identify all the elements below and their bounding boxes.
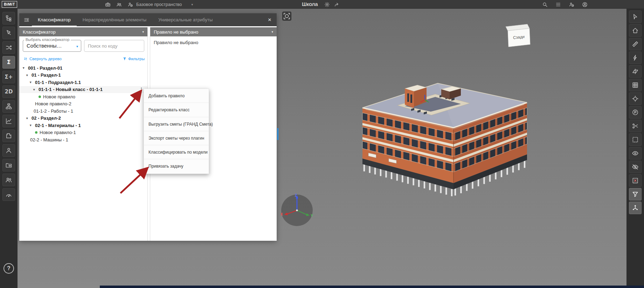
context-menu-item[interactable]: Привязать задачу (144, 159, 209, 173)
tree-item[interactable]: Новое правило-1 (19, 129, 147, 136)
tool-analytics[interactable] (2, 115, 15, 127)
rule-header[interactable]: Правило не выбрано ▾ (150, 27, 277, 36)
tree-item[interactable]: ▾02-1 - Материалы - 1 (19, 122, 147, 129)
tree-item-label: 02-1 - Материалы - 1 (35, 123, 81, 128)
tree-item[interactable]: Новое правило-2 (19, 100, 147, 108)
tab-3[interactable]: Универсальные атрибуты (152, 13, 219, 26)
tool-estimate-add[interactable]: Σ+ (2, 71, 15, 83)
tree-item[interactable]: ▾01-1-1 - Новый класс - 01-1-1⋮ (19, 86, 147, 93)
classifier-select-value: Собственны… (23, 40, 81, 51)
view-hide[interactable] (629, 161, 642, 173)
context-menu-item[interactable]: Выгрузить сметы (ГРАНД Смета) (144, 117, 209, 131)
tree-item[interactable]: 01-1-2 - Работы - 1 (19, 107, 147, 115)
tool-hierarchy[interactable] (2, 100, 15, 113)
tool-share-folder[interactable] (2, 159, 15, 171)
panel-menu-icon[interactable] (23, 17, 30, 23)
tree-item[interactable]: ▾01 - Раздел-1 (19, 72, 147, 79)
context-menu-item[interactable]: Классифицировать по модели (144, 145, 209, 159)
classifier-header[interactable]: Классификатор ▾ (19, 27, 147, 36)
tool-dashboard[interactable] (2, 188, 15, 201)
view-grid[interactable] (629, 79, 642, 91)
tree-item-label: Новое правило (43, 94, 75, 99)
context-menu-item[interactable]: Добавить правило (144, 89, 209, 103)
rule-dot-icon (39, 96, 41, 98)
tree-expander-icon[interactable]: ▾ (26, 117, 30, 120)
tool-model-structure[interactable] (2, 12, 15, 24)
view-section-cut[interactable] (629, 51, 642, 64)
tree-expander-icon[interactable]: ▾ (23, 66, 26, 70)
tree-expander-icon[interactable]: ▾ (26, 73, 30, 77)
tool-collaboration[interactable] (2, 174, 15, 186)
scrollbar-thumb[interactable] (277, 128, 278, 140)
filters-link[interactable]: Фильтры (123, 57, 145, 61)
workspace-dropdown[interactable]: Базовое пространство ▾ (136, 0, 193, 9)
collapse-tree-link[interactable]: Свернуть дерево (23, 57, 62, 61)
tree-expander-icon[interactable]: ▾ (30, 124, 33, 127)
topbar-title-icons (324, 0, 340, 9)
view-select[interactable] (629, 10, 642, 23)
close-panel-button[interactable]: × (263, 16, 277, 23)
tool-connections[interactable] (2, 41, 15, 54)
tool-select-elements[interactable] (2, 27, 15, 39)
tree-item[interactable]: ▾02 - Раздел-2 (19, 115, 147, 122)
tab-2[interactable]: Нераспределённые элементы (77, 13, 152, 26)
view-cube[interactable]: Сзади (504, 22, 534, 49)
building-model[interactable] (336, 75, 532, 204)
toolbox-icon[interactable] (105, 2, 111, 7)
search-icon[interactable] (542, 2, 548, 7)
tree-item-label: Новое правило-1 (40, 130, 76, 135)
top-bar: BiMiT Базовое пространство ▾ Школа (0, 0, 644, 9)
tree-item-label: 01-1 - Подраздел-1.1 (35, 80, 81, 85)
tool-plugins[interactable] (2, 129, 15, 142)
topbar-left-icons (105, 0, 133, 9)
tree-item[interactable]: ▾001 - Раздел-01 (19, 64, 147, 72)
tree-item-label: 02-2 - Машины - 1 (30, 137, 68, 142)
tool-2d-view[interactable]: 2D (2, 85, 15, 98)
classifier-header-label: Классификатор (23, 29, 56, 35)
context-menu-item[interactable]: Редактировать класс (144, 103, 209, 117)
view-home[interactable] (629, 24, 642, 37)
view-section-plane[interactable] (629, 65, 642, 78)
axis-z-label: Z (295, 194, 297, 197)
tool-user[interactable] (2, 144, 15, 157)
right-toolbar (626, 9, 644, 288)
view-filter[interactable] (629, 188, 642, 201)
code-search-input[interactable] (84, 40, 144, 52)
view-selection-frame[interactable] (629, 133, 642, 146)
menu-list-icon[interactable] (555, 2, 561, 7)
share-icon[interactable] (334, 2, 340, 7)
focus-mode-icon[interactable] (282, 12, 291, 21)
tool-classifier[interactable]: Σ (2, 56, 15, 69)
chevron-down-icon: ▾ (271, 30, 273, 34)
settings-gear-icon[interactable] (324, 2, 330, 7)
nav-gizmo[interactable]: Z X Y (279, 192, 315, 229)
rule-dot-icon (35, 131, 37, 134)
view-3d-axis[interactable] (629, 202, 642, 214)
tab-1[interactable]: Классификатор (32, 13, 77, 26)
context-menu-item[interactable]: Экспорт сметы через плагин (144, 131, 209, 145)
view-measure[interactable] (629, 38, 642, 50)
tree-item[interactable]: 02-2 - Машины - 1 (19, 136, 147, 143)
bottom-strip (100, 286, 644, 288)
view-locate[interactable] (629, 92, 642, 105)
help-button[interactable]: ? (4, 263, 14, 274)
view-clip[interactable] (629, 120, 642, 132)
user-history-icon[interactable] (127, 2, 133, 7)
chevron-down-icon: ▾ (191, 3, 193, 6)
view-clear-selection[interactable] (629, 174, 642, 187)
user-clock-icon[interactable] (569, 2, 574, 7)
classifier-select[interactable]: Собственны… ▾ (23, 40, 81, 52)
tree-expander-icon[interactable]: ▾ (30, 80, 33, 84)
tree-item-label: 02 - Раздел-2 (32, 115, 61, 121)
team-icon[interactable] (116, 2, 122, 7)
view-properties[interactable] (629, 106, 642, 119)
filters-label: Фильтры (128, 57, 145, 61)
account-icon[interactable] (582, 2, 588, 7)
tree-item[interactable]: Новое правило (19, 93, 147, 100)
tree-expander-icon[interactable]: ▾ (33, 88, 37, 91)
tab-list: КлассификаторНераспределённые элементыУн… (32, 13, 219, 26)
view-show[interactable] (629, 147, 642, 160)
tree-item-label: 01 - Раздел-1 (32, 72, 61, 78)
tab-bar: КлассификаторНераспределённые элементыУн… (19, 13, 277, 26)
tree-item[interactable]: ▾01-1 - Подраздел-1.1 (19, 79, 147, 86)
